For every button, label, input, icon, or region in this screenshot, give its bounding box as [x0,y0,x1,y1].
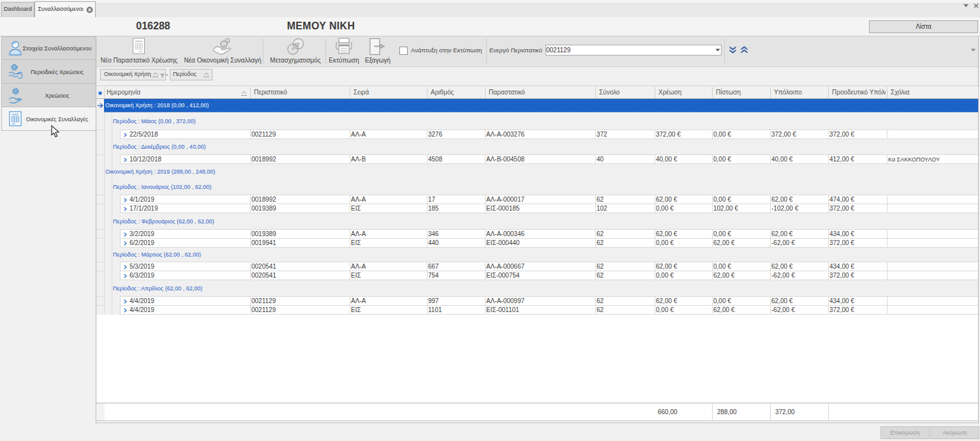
svg-text:1: 1 [223,41,225,47]
